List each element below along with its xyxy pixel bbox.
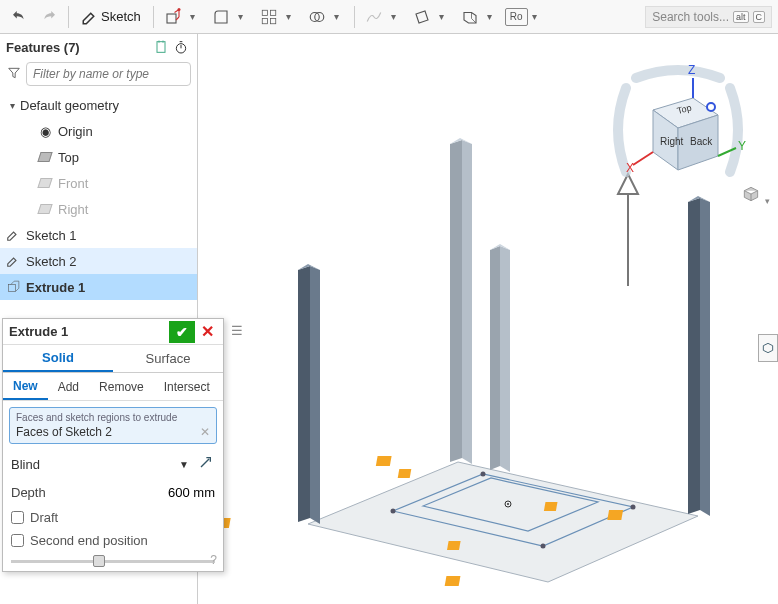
- end-type-select[interactable]: Blind: [11, 457, 40, 472]
- tree-extrude1[interactable]: Extrude 1: [0, 274, 197, 300]
- op-add[interactable]: Add: [48, 373, 89, 400]
- second-end-checkbox-row[interactable]: Second end position: [3, 529, 223, 552]
- sketch-tool-button[interactable]: Sketch: [75, 4, 147, 30]
- tree-label: Default geometry: [20, 98, 119, 113]
- clear-selection-icon[interactable]: ✕: [200, 425, 210, 439]
- filter-icon[interactable]: [6, 66, 22, 83]
- tree-front-plane[interactable]: Front: [0, 170, 197, 196]
- surface-dropdown[interactable]: ▾: [387, 4, 401, 30]
- plane-tool-button[interactable]: [409, 4, 435, 30]
- sheetmetal-dropdown[interactable]: ▾: [483, 4, 497, 30]
- slider-thumb[interactable]: [93, 555, 105, 567]
- sheetmetal-tool-button[interactable]: [457, 4, 483, 30]
- plane-icon: [36, 174, 54, 192]
- tree-right-plane[interactable]: Right: [0, 196, 197, 222]
- frame-tool-button[interactable]: Ro: [505, 8, 528, 26]
- dialog-title: Extrude 1: [9, 324, 68, 339]
- chevron-down-icon[interactable]: ▾: [4, 100, 20, 111]
- chevron-down-icon[interactable]: ▼: [179, 459, 189, 470]
- tree-label: Front: [58, 176, 88, 191]
- tree-origin[interactable]: ◉ Origin: [0, 118, 197, 144]
- svg-rect-23: [544, 502, 558, 511]
- svg-rect-4: [262, 18, 267, 23]
- svg-rect-10: [8, 285, 15, 292]
- second-end-checkbox[interactable]: [11, 534, 24, 547]
- search-tools[interactable]: Search tools... alt C: [645, 6, 772, 28]
- sketch-label: Sketch: [101, 9, 141, 24]
- frame-dropdown[interactable]: ▾: [528, 4, 542, 30]
- sketch-icon: [4, 226, 22, 244]
- tree-label: Sketch 1: [26, 228, 77, 243]
- extrude-dialog: Extrude 1 ✔ ✕ ☰ Solid Surface New Add Re…: [2, 318, 224, 572]
- svg-rect-18: [445, 576, 461, 586]
- svg-point-14: [541, 544, 546, 549]
- svg-point-29: [707, 103, 715, 111]
- op-intersect[interactable]: Intersect: [154, 373, 220, 400]
- toolbar: Sketch ▾ ▾ ▾ ▾ ▾ ▾ ▾ Ro ▾ Search tools..…: [0, 0, 778, 34]
- selection-field[interactable]: Faces and sketch regions to extrude Face…: [9, 407, 217, 444]
- svg-rect-8: [157, 42, 165, 53]
- selection-label: Faces and sketch regions to extrude: [16, 412, 210, 423]
- tree-sketch2[interactable]: Sketch 2: [0, 248, 197, 274]
- viewcube[interactable]: Right Back Top X Y Z: [608, 60, 748, 200]
- tree-sketch1[interactable]: Sketch 1: [0, 222, 197, 248]
- help-icon[interactable]: ?: [210, 553, 217, 567]
- svg-point-13: [391, 509, 396, 514]
- dialog-menu-icon[interactable]: ☰: [231, 323, 243, 338]
- depth-slider[interactable]: [11, 560, 215, 563]
- undo-button[interactable]: [6, 4, 32, 30]
- extrude-icon: [4, 278, 22, 296]
- sketch-icon: [4, 252, 22, 270]
- filter-input[interactable]: [26, 62, 191, 86]
- second-end-label: Second end position: [30, 533, 148, 548]
- tab-solid[interactable]: Solid: [3, 345, 113, 372]
- tree-default-geometry[interactable]: ▾ Default geometry: [0, 92, 197, 118]
- draft-label: Draft: [30, 510, 58, 525]
- surface-tool-button[interactable]: [361, 4, 387, 30]
- features-title: Features (7): [6, 40, 80, 55]
- svg-point-1: [177, 8, 180, 11]
- kbd-c: C: [753, 11, 766, 23]
- selection-value: Faces of Sketch 2: [16, 425, 210, 439]
- axis-x: X: [626, 161, 634, 175]
- svg-point-16: [481, 472, 486, 477]
- viewcube-back: Back: [690, 136, 713, 147]
- plane-icon: [36, 148, 54, 166]
- rollback-icon[interactable]: [151, 37, 171, 57]
- plane-dropdown[interactable]: ▾: [435, 4, 449, 30]
- draft-checkbox-row[interactable]: Draft: [3, 506, 223, 529]
- tree-label: Top: [58, 150, 79, 165]
- svg-rect-19: [607, 510, 623, 520]
- boolean-dropdown[interactable]: ▾: [330, 4, 344, 30]
- viewport[interactable]: Right Back Top X Y Z ▾: [198, 34, 778, 604]
- render-mode-button[interactable]: ▾: [741, 184, 770, 207]
- extrude-tool-button[interactable]: [160, 4, 186, 30]
- kbd-alt: alt: [733, 11, 749, 23]
- tree-top-plane[interactable]: Top: [0, 144, 197, 170]
- draft-checkbox[interactable]: [11, 511, 24, 524]
- cancel-button[interactable]: ✕: [197, 321, 217, 343]
- tree-label: Extrude 1: [26, 280, 85, 295]
- op-remove[interactable]: Remove: [89, 373, 154, 400]
- side-panel-toggle[interactable]: [758, 334, 778, 362]
- viewcube-right: Right: [660, 136, 684, 147]
- svg-rect-2: [262, 10, 267, 15]
- svg-rect-24: [398, 469, 412, 478]
- direction-toggle-icon[interactable]: [195, 455, 215, 474]
- confirm-button[interactable]: ✔: [169, 321, 195, 343]
- pattern-tool-button[interactable]: [256, 4, 282, 30]
- boolean-tool-button[interactable]: [304, 4, 330, 30]
- stopwatch-icon[interactable]: [171, 37, 191, 57]
- depth-input[interactable]: [135, 485, 215, 500]
- tree-label: Sketch 2: [26, 254, 77, 269]
- pattern-dropdown[interactable]: ▾: [282, 4, 296, 30]
- extrude-dropdown[interactable]: ▾: [186, 4, 200, 30]
- svg-rect-5: [270, 18, 275, 23]
- op-new[interactable]: New: [3, 373, 48, 400]
- depth-label: Depth: [11, 485, 46, 500]
- redo-button[interactable]: [36, 4, 62, 30]
- fillet-dropdown[interactable]: ▾: [234, 4, 248, 30]
- tab-surface[interactable]: Surface: [113, 345, 223, 372]
- fillet-tool-button[interactable]: [208, 4, 234, 30]
- svg-point-15: [631, 505, 636, 510]
